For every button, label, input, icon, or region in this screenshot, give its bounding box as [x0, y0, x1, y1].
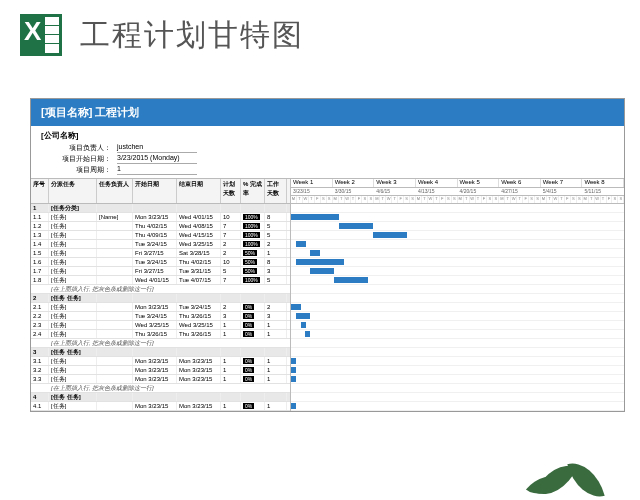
col-owner: 任务负责人	[97, 179, 133, 203]
task-table: 序号 分派任务 任务负责人 开始日期 结束日期 计划 天数 % 完成率 工作 天…	[31, 178, 291, 411]
task-row[interactable]: 1.2[任务]Thu 4/02/15Wed 4/08/157100%5	[31, 222, 290, 231]
day-cell: S	[618, 196, 624, 203]
note-row: [在上面插入行, 把灰色条或删除这一行]	[31, 285, 290, 294]
gantt-main: 序号 分派任务 任务负责人 开始日期 结束日期 计划 天数 % 完成率 工作 天…	[31, 178, 624, 411]
gantt-bar[interactable]	[305, 331, 310, 337]
meta-label: 项目负责人：	[41, 143, 111, 153]
gantt-bar[interactable]	[296, 241, 306, 247]
date-header: 3/23/153/30/154/6/154/13/154/20/154/27/1…	[291, 188, 624, 196]
meta-label: 项目开始日期：	[41, 154, 111, 164]
col-start: 开始日期	[133, 179, 177, 203]
gantt-row	[291, 384, 624, 393]
note-row: [在上面插入行, 把灰色条或删除这一行]	[31, 384, 290, 393]
meta-value: 1	[117, 165, 197, 175]
gantt-row	[291, 393, 624, 402]
section-row: 2[任务 任务]	[31, 294, 290, 303]
col-days: 计划 天数	[221, 179, 241, 203]
gantt-row	[291, 375, 624, 384]
date-cell: 5/11/15	[582, 188, 624, 195]
date-cell: 3/23/15	[291, 188, 333, 195]
date-cell: 5/4/15	[541, 188, 583, 195]
task-row[interactable]: 3.1[任务]Mon 3/23/15Mon 3/23/1510%1	[31, 357, 290, 366]
meta-value: justchen	[117, 143, 197, 153]
date-cell: 4/27/15	[499, 188, 541, 195]
task-row[interactable]: 2.1[任务]Mon 3/23/15Tue 3/24/1520%2	[31, 303, 290, 312]
gantt-bar[interactable]	[291, 376, 296, 382]
gantt-bar[interactable]	[310, 250, 320, 256]
col-end: 结束日期	[177, 179, 221, 203]
page-title: 工程计划甘特图	[80, 15, 304, 56]
gantt-row	[291, 312, 624, 321]
gantt-row	[291, 303, 624, 312]
date-cell: 4/20/15	[458, 188, 500, 195]
week-cell: Week 4	[416, 179, 458, 187]
section-row: 4[任务 任务]	[31, 393, 290, 402]
gantt-bar[interactable]	[291, 358, 296, 364]
note-row: [在上面插入行, 把灰色条或删除这一行]	[31, 339, 290, 348]
gantt-bar[interactable]	[296, 259, 344, 265]
gantt-row	[291, 366, 624, 375]
date-cell: 3/30/15	[333, 188, 375, 195]
gantt-bar[interactable]	[334, 277, 368, 283]
gantt-row	[291, 330, 624, 339]
gantt-bar[interactable]	[291, 304, 301, 310]
col-task: 分派任务	[49, 179, 97, 203]
gantt-timeline: Week 1Week 2Week 3Week 4Week 5Week 6Week…	[291, 178, 624, 411]
project-header: [项目名称] 工程计划	[31, 99, 624, 126]
plant-decoration	[520, 450, 610, 500]
meta-label: 项目周期：	[41, 165, 111, 175]
task-row[interactable]: 3.2[任务]Mon 3/23/15Mon 3/23/1510%1	[31, 366, 290, 375]
section-row: 1[任务分类]	[31, 204, 290, 213]
task-row[interactable]: 1.4[任务]Tue 3/24/15Wed 3/25/152100%2	[31, 240, 290, 249]
day-header: MTWTFSSMTWTFSSMTWTFSSMTWTFSSMTWTFSSMTWTF…	[291, 196, 624, 204]
table-header: 序号 分派任务 任务负责人 开始日期 结束日期 计划 天数 % 完成率 工作 天…	[31, 178, 290, 204]
project-meta: [公司名称] 项目负责人：justchen项目开始日期：3/23/2015 (M…	[31, 126, 624, 178]
gantt-row	[291, 222, 624, 231]
gantt-row	[291, 276, 624, 285]
task-row[interactable]: 1.8[任务]Wed 4/01/15Tue 4/07/157100%5	[31, 276, 290, 285]
task-row[interactable]: 1.1[任务][Name]Mon 3/23/15Wed 4/01/1510100…	[31, 213, 290, 222]
gantt-bar[interactable]	[301, 322, 306, 328]
gantt-bar[interactable]	[310, 268, 334, 274]
spreadsheet: [项目名称] 工程计划 [公司名称] 项目负责人：justchen项目开始日期：…	[30, 98, 625, 412]
gantt-bar[interactable]	[296, 313, 310, 319]
company-name: [公司名称]	[41, 130, 614, 141]
gantt-row	[291, 285, 624, 294]
gantt-bar[interactable]	[291, 214, 339, 220]
week-cell: Week 7	[541, 179, 583, 187]
date-cell: 4/13/15	[416, 188, 458, 195]
meta-row: 项目开始日期：3/23/2015 (Monday)	[41, 154, 614, 164]
task-row[interactable]: 3.3[任务]Mon 3/23/15Mon 3/23/1510%1	[31, 375, 290, 384]
task-row[interactable]: 4.1[任务]Mon 3/23/15Mon 3/23/1510%1	[31, 402, 290, 411]
gantt-row	[291, 321, 624, 330]
task-row[interactable]: 1.6[任务]Tue 3/24/15Thu 4/02/151050%8	[31, 258, 290, 267]
gantt-row	[291, 258, 624, 267]
week-header: Week 1Week 2Week 3Week 4Week 5Week 6Week…	[291, 178, 624, 188]
task-row[interactable]: 2.3[任务]Wed 3/25/15Wed 3/25/1510%1	[31, 321, 290, 330]
week-cell: Week 1	[291, 179, 333, 187]
gantt-bar[interactable]	[291, 403, 296, 409]
week-cell: Week 5	[458, 179, 500, 187]
task-row[interactable]: 1.7[任务]Fri 3/27/15Tue 3/31/15550%3	[31, 267, 290, 276]
week-cell: Week 6	[499, 179, 541, 187]
gantt-row	[291, 339, 624, 348]
gantt-bar[interactable]	[373, 232, 407, 238]
task-row[interactable]: 2.4[任务]Thu 3/26/15Thu 3/26/1510%1	[31, 330, 290, 339]
gantt-bars	[291, 204, 624, 411]
section-row: 3[任务 任务]	[31, 348, 290, 357]
week-cell: Week 8	[582, 179, 624, 187]
gantt-bar[interactable]	[291, 367, 296, 373]
meta-row: 项目周期：1	[41, 165, 614, 175]
gantt-row	[291, 348, 624, 357]
meta-value: 3/23/2015 (Monday)	[117, 154, 197, 164]
gantt-row	[291, 204, 624, 213]
task-row[interactable]: 1.5[任务]Fri 3/27/15Sat 3/28/15250%1	[31, 249, 290, 258]
task-row[interactable]: 1.3[任务]Thu 4/09/15Wed 4/15/157100%5	[31, 231, 290, 240]
week-cell: Week 2	[333, 179, 375, 187]
date-cell: 4/6/15	[374, 188, 416, 195]
col-work: 工作 天数	[265, 179, 287, 203]
gantt-row	[291, 294, 624, 303]
gantt-row	[291, 213, 624, 222]
gantt-bar[interactable]	[339, 223, 373, 229]
task-row[interactable]: 2.2[任务]Tue 3/24/15Thu 3/26/1530%3	[31, 312, 290, 321]
